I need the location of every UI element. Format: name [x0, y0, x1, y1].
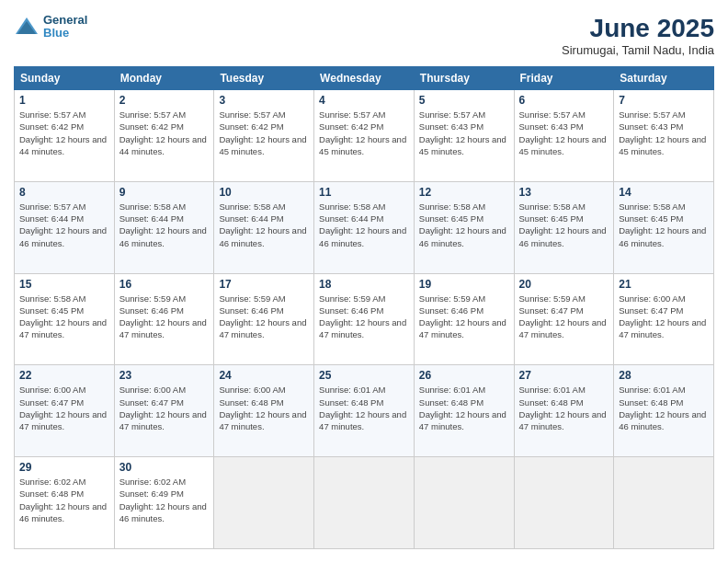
day-info: Sunrise: 5:57 AMSunset: 6:43 PMDaylight:…	[619, 109, 709, 157]
table-row: 22 Sunrise: 6:00 AMSunset: 6:47 PMDaylig…	[15, 365, 714, 457]
day-info: Sunrise: 5:59 AMSunset: 6:46 PMDaylight:…	[219, 293, 309, 341]
list-item: 3 Sunrise: 5:57 AMSunset: 6:42 PMDayligh…	[214, 90, 314, 182]
empty-cell	[314, 457, 415, 549]
day-number: 6	[519, 94, 609, 107]
list-item: 4 Sunrise: 5:57 AMSunset: 6:42 PMDayligh…	[314, 90, 415, 182]
logo: General Blue	[14, 14, 87, 40]
month-title: June 2025	[562, 14, 714, 43]
empty-cell	[414, 457, 514, 549]
day-info: Sunrise: 6:01 AMSunset: 6:48 PMDaylight:…	[619, 384, 709, 432]
list-item: 28 Sunrise: 6:01 AMSunset: 6:48 PMDaylig…	[614, 365, 714, 457]
day-number: 3	[219, 94, 309, 107]
day-info: Sunrise: 5:57 AMSunset: 6:42 PMDaylight:…	[19, 109, 109, 157]
day-number: 2	[119, 94, 210, 107]
table-row: 8 Sunrise: 5:57 AMSunset: 6:44 PMDayligh…	[15, 181, 714, 273]
day-info: Sunrise: 6:01 AMSunset: 6:48 PMDaylight:…	[519, 384, 609, 432]
list-item: 27 Sunrise: 6:01 AMSunset: 6:48 PMDaylig…	[514, 365, 614, 457]
table-row: 15 Sunrise: 5:58 AMSunset: 6:45 PMDaylig…	[15, 273, 714, 365]
day-number: 12	[419, 186, 509, 199]
day-number: 7	[619, 94, 709, 107]
day-info: Sunrise: 5:57 AMSunset: 6:42 PMDaylight:…	[119, 109, 210, 157]
day-number: 22	[19, 369, 109, 382]
list-item: 11 Sunrise: 5:58 AMSunset: 6:44 PMDaylig…	[314, 181, 415, 273]
day-number: 18	[319, 278, 409, 291]
day-info: Sunrise: 6:02 AMSunset: 6:48 PMDaylight:…	[19, 476, 109, 524]
day-number: 17	[219, 278, 309, 291]
day-number: 4	[319, 94, 409, 107]
day-number: 11	[319, 186, 409, 199]
logo-blue: Blue	[43, 27, 87, 40]
col-tuesday: Tuesday	[214, 67, 314, 90]
empty-cell	[514, 457, 614, 549]
list-item: 21 Sunrise: 6:00 AMSunset: 6:47 PMDaylig…	[614, 273, 714, 365]
col-saturday: Saturday	[614, 67, 714, 90]
day-number: 16	[119, 278, 210, 291]
day-info: Sunrise: 5:57 AMSunset: 6:43 PMDaylight:…	[519, 109, 609, 157]
day-info: Sunrise: 6:00 AMSunset: 6:47 PMDaylight:…	[19, 384, 109, 432]
day-number: 13	[519, 186, 609, 199]
day-info: Sunrise: 5:58 AMSunset: 6:45 PMDaylight:…	[19, 293, 109, 341]
list-item: 20 Sunrise: 5:59 AMSunset: 6:47 PMDaylig…	[514, 273, 614, 365]
day-number: 20	[519, 278, 609, 291]
list-item: 24 Sunrise: 6:00 AMSunset: 6:48 PMDaylig…	[214, 365, 314, 457]
list-item: 10 Sunrise: 5:58 AMSunset: 6:44 PMDaylig…	[214, 181, 314, 273]
day-info: Sunrise: 5:58 AMSunset: 6:45 PMDaylight:…	[619, 201, 709, 249]
day-info: Sunrise: 6:00 AMSunset: 6:48 PMDaylight:…	[219, 384, 309, 432]
logo-icon	[14, 16, 40, 38]
list-item: 16 Sunrise: 5:59 AMSunset: 6:46 PMDaylig…	[114, 273, 214, 365]
day-number: 23	[119, 369, 210, 382]
day-number: 10	[219, 186, 309, 199]
day-info: Sunrise: 5:59 AMSunset: 6:46 PMDaylight:…	[419, 293, 509, 341]
day-number: 25	[319, 369, 409, 382]
list-item: 15 Sunrise: 5:58 AMSunset: 6:45 PMDaylig…	[15, 273, 115, 365]
list-item: 6 Sunrise: 5:57 AMSunset: 6:43 PMDayligh…	[514, 90, 614, 182]
day-number: 29	[19, 461, 109, 474]
day-info: Sunrise: 5:58 AMSunset: 6:44 PMDaylight:…	[219, 201, 309, 249]
day-number: 5	[419, 94, 509, 107]
day-number: 30	[119, 461, 210, 474]
list-item: 18 Sunrise: 5:59 AMSunset: 6:46 PMDaylig…	[314, 273, 415, 365]
day-info: Sunrise: 5:58 AMSunset: 6:44 PMDaylight:…	[119, 201, 210, 249]
day-number: 24	[219, 369, 309, 382]
list-item: 9 Sunrise: 5:58 AMSunset: 6:44 PMDayligh…	[114, 181, 214, 273]
day-info: Sunrise: 5:59 AMSunset: 6:46 PMDaylight:…	[319, 293, 409, 341]
title-block: June 2025 Sirumugai, Tamil Nadu, India	[562, 14, 714, 57]
location: Sirumugai, Tamil Nadu, India	[562, 43, 714, 57]
col-wednesday: Wednesday	[314, 67, 415, 90]
empty-cell	[214, 457, 314, 549]
calendar-table: Sunday Monday Tuesday Wednesday Thursday…	[14, 66, 714, 549]
list-item: 26 Sunrise: 6:01 AMSunset: 6:48 PMDaylig…	[414, 365, 514, 457]
day-number: 8	[19, 186, 109, 199]
list-item: 19 Sunrise: 5:59 AMSunset: 6:46 PMDaylig…	[414, 273, 514, 365]
table-row: 1 Sunrise: 5:57 AMSunset: 6:42 PMDayligh…	[15, 90, 714, 182]
list-item: 30 Sunrise: 6:02 AMSunset: 6:49 PMDaylig…	[114, 457, 214, 549]
logo-general: General	[43, 13, 87, 27]
list-item: 13 Sunrise: 5:58 AMSunset: 6:45 PMDaylig…	[514, 181, 614, 273]
col-monday: Monday	[114, 67, 214, 90]
list-item: 22 Sunrise: 6:00 AMSunset: 6:47 PMDaylig…	[15, 365, 115, 457]
list-item: 2 Sunrise: 5:57 AMSunset: 6:42 PMDayligh…	[114, 90, 214, 182]
list-item: 12 Sunrise: 5:58 AMSunset: 6:45 PMDaylig…	[414, 181, 514, 273]
list-item: 8 Sunrise: 5:57 AMSunset: 6:44 PMDayligh…	[15, 181, 115, 273]
day-info: Sunrise: 6:02 AMSunset: 6:49 PMDaylight:…	[119, 476, 210, 524]
col-friday: Friday	[514, 67, 614, 90]
day-info: Sunrise: 5:59 AMSunset: 6:46 PMDaylight:…	[119, 293, 210, 341]
day-info: Sunrise: 6:00 AMSunset: 6:47 PMDaylight:…	[619, 293, 709, 341]
day-info: Sunrise: 6:00 AMSunset: 6:47 PMDaylight:…	[119, 384, 210, 432]
list-item: 14 Sunrise: 5:58 AMSunset: 6:45 PMDaylig…	[614, 181, 714, 273]
page: General Blue June 2025 Sirumugai, Tamil …	[0, 0, 728, 563]
day-info: Sunrise: 5:57 AMSunset: 6:43 PMDaylight:…	[419, 109, 509, 157]
day-info: Sunrise: 5:59 AMSunset: 6:47 PMDaylight:…	[519, 293, 609, 341]
list-item: 25 Sunrise: 6:01 AMSunset: 6:48 PMDaylig…	[314, 365, 415, 457]
list-item: 7 Sunrise: 5:57 AMSunset: 6:43 PMDayligh…	[614, 90, 714, 182]
day-number: 21	[619, 278, 709, 291]
list-item: 1 Sunrise: 5:57 AMSunset: 6:42 PMDayligh…	[15, 90, 115, 182]
table-row: 29 Sunrise: 6:02 AMSunset: 6:48 PMDaylig…	[15, 457, 714, 549]
day-number: 28	[619, 369, 709, 382]
day-info: Sunrise: 5:57 AMSunset: 6:42 PMDaylight:…	[219, 109, 309, 157]
day-number: 15	[19, 278, 109, 291]
day-number: 27	[519, 369, 609, 382]
col-thursday: Thursday	[414, 67, 514, 90]
list-item: 17 Sunrise: 5:59 AMSunset: 6:46 PMDaylig…	[214, 273, 314, 365]
day-number: 1	[19, 94, 109, 107]
